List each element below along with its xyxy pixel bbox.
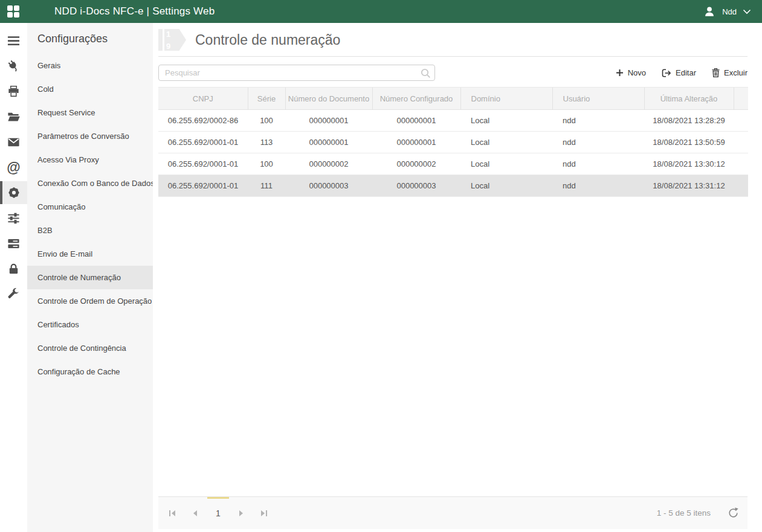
at-icon: @ — [7, 161, 20, 175]
cell-serie: 113 — [248, 132, 285, 153]
content-spacer — [158, 197, 747, 496]
cell-serie: 100 — [248, 110, 285, 132]
cell-spacer — [734, 132, 748, 153]
sidebar-item-configuracao-cache[interactable]: Configuração de Cache — [27, 360, 153, 383]
column-header-numero-documento[interactable]: Número do Documento — [285, 88, 372, 110]
next-page-button[interactable] — [230, 497, 253, 529]
rail-item-at[interactable]: @ — [0, 156, 27, 179]
cell-serie: 111 — [248, 175, 285, 197]
numbering-icon: 1 9 — [158, 29, 186, 51]
sidebar-item-controle-numeracao[interactable]: Controle de Numeração — [27, 266, 153, 289]
refresh-icon — [728, 507, 739, 519]
new-button-label: Novo — [628, 68, 646, 77]
table-row[interactable]: 06.255.692/0001-01 113 000000001 0000000… — [158, 132, 748, 153]
sidebar-item-envio-email[interactable]: Envio de E-mail — [27, 242, 153, 266]
numbering-icon-bottom-digit: 9 — [166, 42, 186, 50]
printer-icon — [7, 85, 21, 98]
cell-dominio: Local — [460, 132, 552, 153]
new-button[interactable]: Novo — [616, 68, 646, 77]
pager-right: 1 - 5 de 5 itens — [657, 507, 739, 519]
table-row[interactable]: 06.255.692/0001-01 100 000000002 0000000… — [158, 153, 748, 175]
page-title: Controle de numeração — [195, 32, 340, 48]
user-menu[interactable]: Ndd — [703, 5, 751, 18]
rail-item-menu[interactable] — [0, 29, 27, 52]
rail-item-settings[interactable] — [0, 181, 27, 204]
column-header-usuario[interactable]: Usuário — [552, 88, 644, 110]
cell-dominio: Local — [460, 110, 552, 132]
sidebar-item-acesso-via-proxy[interactable]: Acesso Via Proxy — [27, 148, 153, 171]
sidebar-item-request-service[interactable]: Request Service — [27, 101, 153, 124]
column-header-cnpj[interactable]: CNPJ — [158, 88, 248, 110]
cell-spacer — [734, 175, 748, 197]
rail-item-plug[interactable] — [0, 54, 27, 77]
cell-cnpj: 06.255.692/0001-01 — [158, 175, 248, 197]
chevron-down-icon — [743, 9, 751, 14]
previous-page-icon — [192, 510, 198, 517]
app-grid-icon[interactable] — [7, 5, 19, 18]
column-header-ultima-alteracao[interactable]: Última Alteração — [644, 88, 734, 110]
cell-ultima-alteracao: 18/08/2021 13:31:12 — [644, 175, 734, 197]
column-header-spacer — [734, 88, 748, 110]
cell-spacer — [734, 110, 748, 132]
icon-rail: @ — [0, 23, 27, 532]
cell-ultima-alteracao: 18/08/2021 13:50:59 — [644, 132, 734, 153]
sidebar-item-parametros-conversao[interactable]: Parâmetros de Conversão — [27, 124, 153, 148]
rail-item-sliders[interactable] — [0, 207, 27, 229]
delete-button[interactable]: Excluir — [712, 68, 747, 77]
rail-item-server[interactable] — [0, 232, 27, 255]
cell-numero-documento: 000000002 — [285, 153, 372, 175]
user-name: Ndd — [722, 7, 737, 16]
cell-numero-documento: 000000001 — [285, 110, 372, 132]
search-icon[interactable] — [421, 68, 431, 79]
folder-open-icon — [7, 110, 21, 124]
table-row-selected[interactable]: 06.255.692/0001-01 111 000000003 0000000… — [158, 175, 748, 197]
edit-button-label: Editar — [676, 68, 696, 77]
sidebar-item-conexao-banco-dados[interactable]: Conexão Com o Banco de Dados — [27, 171, 153, 195]
sidebar-item-controle-ordem-operacao[interactable]: Controle de Ordem de Operação — [27, 289, 153, 313]
sidebar-item-comunicacao[interactable]: Comunicação — [27, 195, 153, 219]
cell-usuario: ndd — [552, 132, 644, 153]
sidebar-item-b2b[interactable]: B2B — [27, 219, 153, 242]
cell-numero-configurado: 000000001 — [372, 132, 460, 153]
column-header-serie[interactable]: Série — [248, 88, 285, 110]
action-buttons: Novo Editar Excluir — [616, 68, 747, 77]
cell-dominio: Local — [460, 153, 552, 175]
table-row[interactable]: 06.255.692/0002-86 100 000000001 0000000… — [158, 110, 748, 132]
last-page-button[interactable] — [253, 497, 276, 529]
cell-numero-configurado: 000000001 — [372, 110, 460, 132]
column-header-numero-configurado[interactable]: Número Configurado — [372, 88, 460, 110]
envelope-icon — [7, 135, 21, 149]
cell-numero-documento: 000000003 — [285, 175, 372, 197]
search-input[interactable] — [158, 65, 435, 81]
previous-page-button[interactable] — [184, 497, 207, 529]
rail-item-lock[interactable] — [0, 257, 27, 280]
next-page-icon — [238, 510, 244, 517]
table-header-row: CNPJ Série Número do Documento Número Co… — [158, 88, 748, 110]
trash-icon — [712, 68, 720, 77]
cell-cnpj: 06.255.692/0001-01 — [158, 132, 248, 153]
cell-ultima-alteracao: 18/08/2021 13:30:12 — [644, 153, 734, 175]
sidebar-item-gerais[interactable]: Gerais — [27, 54, 153, 77]
user-icon — [703, 5, 716, 18]
last-page-icon — [260, 510, 268, 517]
rail-item-wrench[interactable] — [0, 283, 27, 306]
sidebar-title: Configurações — [27, 33, 153, 45]
items-info: 1 - 5 de 5 itens — [657, 508, 711, 518]
sidebar-item-certificados[interactable]: Certificados — [27, 313, 153, 336]
wrench-icon — [7, 287, 21, 301]
edit-button[interactable]: Editar — [662, 68, 696, 77]
cell-spacer — [734, 153, 748, 175]
rail-item-envelope[interactable] — [0, 130, 27, 153]
sidebar-item-controle-contingencia[interactable]: Controle de Contingência — [27, 336, 153, 360]
cell-serie: 100 — [248, 153, 285, 175]
cell-cnpj: 06.255.692/0001-01 — [158, 153, 248, 175]
menu-icon — [7, 34, 21, 48]
sidebar-item-cold[interactable]: Cold — [27, 77, 153, 101]
column-header-dominio[interactable]: Domínio — [460, 88, 552, 110]
current-page[interactable]: 1 — [207, 497, 230, 529]
rail-item-folder[interactable] — [0, 105, 27, 128]
lock-icon — [7, 262, 21, 276]
refresh-button[interactable] — [728, 507, 739, 519]
first-page-button[interactable] — [161, 497, 184, 529]
rail-item-printer[interactable] — [0, 80, 27, 103]
